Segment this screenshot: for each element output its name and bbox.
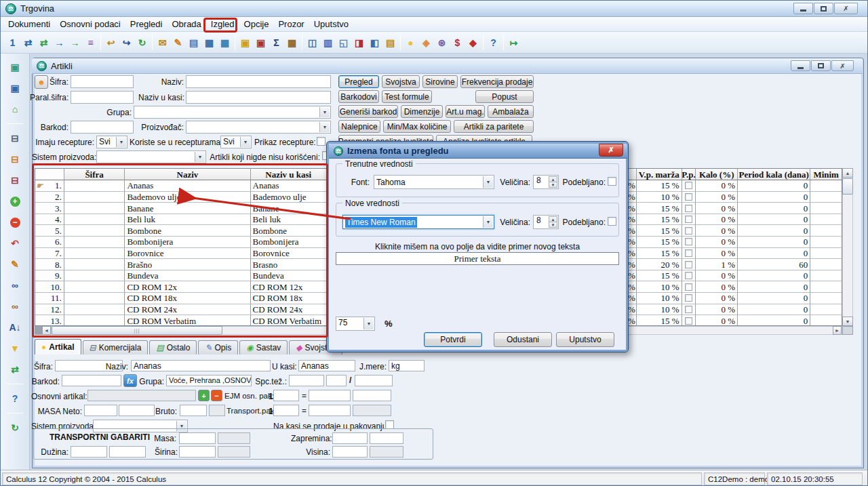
table-row[interactable]: ☛11. CD ROM 18x CD ROM 18x — [35, 293, 326, 304]
col-header-minim[interactable]: Minim — [810, 169, 842, 180]
table-row[interactable]: ☛5. Bombone Bombone — [35, 225, 326, 237]
sum-icon[interactable]: Σ — [269, 35, 284, 51]
pp-checkbox[interactable] — [685, 238, 692, 245]
table-row[interactable]: ☛8. Brašno Brasno — [35, 259, 326, 270]
scroll-right-button[interactable]: ► — [833, 326, 842, 335]
cell-vp-marza[interactable]: 20 % — [637, 259, 682, 270]
cell-period-kala[interactable]: 0 — [738, 270, 810, 282]
artikli-za-paritete-button[interactable]: Artikli za paritete — [454, 120, 534, 133]
table-row-right[interactable]: % 15 % 0 % 0 — [629, 203, 842, 214]
filter-imaju-recepture-combo[interactable]: Svi▼ — [96, 136, 127, 148]
menu-dokumenti[interactable]: Dokumenti — [3, 18, 55, 31]
cell-naziv-u-kasi[interactable]: Bombone — [251, 225, 326, 237]
menu-obrada[interactable]: Obrada — [167, 18, 205, 31]
sample-text-field[interactable]: Primer teksta — [336, 252, 619, 265]
confirm-button[interactable]: Potvrdi — [424, 332, 482, 347]
cell-minim[interactable] — [810, 315, 842, 326]
spin-down-icon[interactable]: ▼ — [549, 182, 557, 188]
cell-period-kala[interactable]: 0 — [738, 237, 810, 248]
refresh-icon[interactable]: ↻ — [134, 35, 150, 51]
import-doc-icon[interactable]: ↩ — [103, 35, 119, 51]
add-component-button[interactable]: + — [198, 390, 210, 401]
filter-naziv-input[interactable] — [186, 75, 331, 88]
new-size-spinner[interactable]: 8▲▼ — [533, 215, 559, 229]
gabariti-duzina-input2[interactable] — [109, 446, 146, 458]
cell-naziv-u-kasi[interactable]: CD ROM Verbatim — [251, 315, 326, 326]
table-row-right[interactable]: % 20 % 1 % 60 — [629, 259, 842, 270]
cell-sifra[interactable] — [64, 248, 125, 260]
pp-checkbox[interactable] — [685, 283, 692, 291]
cell-period-kala[interactable]: 0 — [738, 203, 810, 214]
table-row[interactable]: ☛9. Bundeva Bundeva — [35, 270, 326, 282]
detail-neto-input1[interactable] — [84, 405, 117, 416]
sirovine-button[interactable]: Sirovine — [422, 75, 458, 88]
vscrollbar-thumb[interactable] — [842, 178, 853, 195]
gabariti-visina-input2[interactable] — [370, 446, 403, 458]
edit-icon[interactable]: ✎ — [170, 35, 186, 51]
table-row[interactable]: ☛2. Bademovo ulje Bademovo ulje — [35, 192, 326, 203]
detail-transport-input1[interactable] — [273, 405, 299, 416]
detail-bruto-input[interactable] — [180, 405, 207, 416]
cell-naziv[interactable]: Beli luk — [125, 214, 250, 226]
menu-opcije[interactable]: Opcije — [239, 18, 274, 31]
cell-vp-marza[interactable]: 15 % — [637, 248, 682, 260]
cell-naziv-u-kasi[interactable]: Brasno — [251, 259, 326, 270]
cell-minim[interactable] — [810, 203, 842, 214]
scroll-up-button[interactable]: ▲ — [842, 168, 853, 178]
save-template-icon[interactable]: ⌂ — [7, 101, 23, 117]
cell-sifra[interactable] — [64, 203, 125, 214]
cell-naziv[interactable]: Bombone — [125, 225, 250, 237]
cell-period-kala[interactable]: 0 — [738, 214, 810, 226]
find-icon[interactable]: ∞ — [7, 277, 23, 293]
cell-naziv-u-kasi[interactable]: Beli luk — [251, 214, 326, 226]
detail-neto-input2[interactable] — [119, 405, 155, 416]
minimize-button[interactable] — [793, 3, 813, 14]
table-row[interactable]: ☛10. CD ROM 12x CD ROM 12x — [35, 281, 326, 293]
cell-kalo[interactable]: 0 % — [696, 281, 738, 293]
edit-row-icon[interactable]: ✎ — [7, 256, 23, 272]
cell-minim[interactable] — [810, 259, 842, 270]
chevron-down-icon[interactable]: ▼ — [319, 107, 330, 117]
window-user-icon[interactable]: ◧ — [367, 35, 382, 51]
pp-checkbox[interactable] — [685, 272, 692, 279]
pp-checkbox[interactable] — [685, 249, 692, 257]
gabariti-duzina-input[interactable] — [71, 446, 107, 458]
detail-spctez-input1[interactable] — [289, 375, 324, 386]
cell-vp-marza[interactable]: 15 % — [637, 237, 682, 248]
cell-vp-marza[interactable]: 10 % — [637, 192, 682, 203]
help-icon[interactable]: ? — [486, 35, 501, 51]
fit-columns-icon[interactable]: ⇄ — [7, 361, 23, 378]
pp-checkbox[interactable] — [685, 216, 692, 223]
cell-sifra[interactable] — [64, 237, 125, 248]
hint-lamp-icon[interactable]: ● — [403, 35, 418, 51]
detail-spctez-input2[interactable] — [326, 375, 347, 386]
detail-spctez-input3[interactable] — [355, 375, 393, 386]
cell-naziv[interactable]: Ananas — [125, 180, 250, 192]
settings-gear-icon[interactable]: ⊛ — [434, 35, 450, 51]
table-row-right[interactable]: % 10 % 0 % 0 — [629, 304, 842, 316]
close-button[interactable]: ✗ — [834, 3, 858, 14]
cell-naziv-u-kasi[interactable]: CD ROM 18x — [251, 293, 326, 304]
filter-koriste-combo[interactable]: Svi▼ — [220, 136, 252, 148]
gabariti-zapremina-input[interactable] — [332, 432, 368, 444]
cell-minim[interactable] — [810, 237, 842, 248]
pp-checkbox[interactable] — [685, 182, 692, 189]
detail-ejm-input3[interactable] — [353, 390, 391, 401]
nalepnice-button[interactable]: Nalepnice — [338, 120, 380, 133]
hscrollbar-thumb[interactable]: ||| — [52, 326, 222, 335]
tab-komercijala[interactable]: ⊟Komercijala — [83, 340, 149, 355]
tab-opis[interactable]: ✎Opis — [198, 340, 238, 355]
cell-naziv-u-kasi[interactable]: Bundeva — [251, 270, 326, 282]
filter-grupa-combo[interactable]: ▼ — [134, 106, 331, 119]
import-doc-alt-icon[interactable]: ↪ — [119, 35, 134, 51]
price-book-icon[interactable]: $ — [450, 35, 465, 51]
copy-filter-icon[interactable]: ▣ — [253, 35, 269, 51]
detail-barkod-input[interactable] — [62, 375, 121, 386]
col-header-naziv[interactable]: Naziv — [125, 169, 250, 180]
table-row-right[interactable]: % 15 % 0 % 0 — [629, 270, 842, 282]
cell-vp-marza[interactable]: 15 % — [637, 225, 682, 237]
chevron-down-icon[interactable]: ▼ — [483, 216, 493, 228]
pp-checkbox[interactable] — [685, 205, 692, 212]
table-row-right[interactable]: % 15 % 0 % 0 — [629, 237, 842, 248]
record-forward-icon[interactable]: → — [67, 35, 83, 51]
